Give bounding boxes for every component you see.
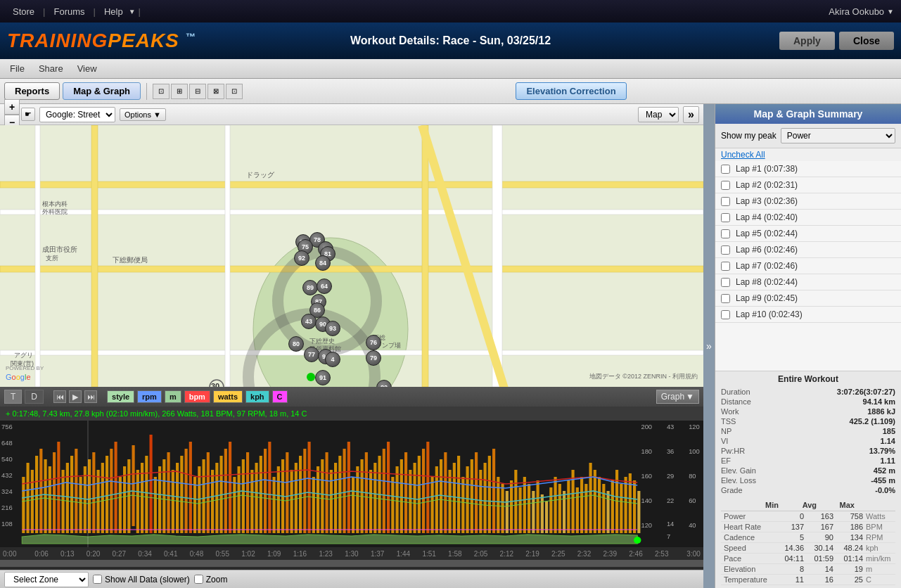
app-logo: TRAININGPEAKS ™ — [7, 30, 196, 52]
svg-rect-59 — [44, 459, 47, 533]
pwhr-label: Pw:HR — [721, 447, 745, 455]
view-icon-2[interactable]: ⊞ — [171, 84, 188, 99]
stats-row-3: Speed 14.36 30.14 48.24 kph — [721, 543, 895, 554]
svg-rect-128 — [347, 442, 350, 533]
view-icons-container: ⊡ ⊞ ⊟ ⊠ ⊡ — [153, 84, 243, 99]
nav-store[interactable]: Store — [7, 6, 40, 17]
lap-checkbox-6[interactable] — [721, 245, 730, 255]
show-all-data-checkbox[interactable] — [93, 575, 102, 584]
menu-file[interactable]: File — [4, 61, 30, 76]
svg-rect-150 — [444, 452, 447, 533]
svg-rect-129 — [352, 477, 354, 533]
grade-label: Grade — [721, 486, 743, 494]
graph-metric-style[interactable]: style — [107, 390, 134, 403]
user-menu[interactable]: Akira Ookubo ▼ — [829, 6, 894, 17]
pwhr-value: 13.79% — [869, 447, 895, 455]
elevation-correction-button[interactable]: Elevation Correction — [516, 82, 626, 100]
elev-loss-value: -455 m — [871, 476, 895, 485]
graph-metric-kph[interactable]: kph — [245, 390, 269, 403]
graph-metric-watts[interactable]: watts — [213, 390, 243, 403]
stats-min-header: Min — [752, 501, 779, 509]
svg-rect-5 — [0, 350, 703, 355]
reports-button[interactable]: Reports — [4, 82, 60, 100]
graph-metric-m[interactable]: m — [165, 390, 181, 403]
route-marker-77: 77 — [304, 347, 319, 362]
nav-forums[interactable]: Forums — [48, 6, 90, 17]
graph-metric-rpm[interactable]: rpm — [137, 390, 162, 403]
summary-distance: Distance 94.14 km — [721, 397, 895, 407]
google-logo: Google — [6, 373, 31, 381]
lap-checkbox-2[interactable] — [721, 181, 730, 190]
time-16: 1:51 — [416, 550, 442, 558]
peak-metric-select[interactable]: Power — [781, 128, 895, 143]
stat-min-2: 5 — [777, 533, 804, 542]
svg-rect-85 — [158, 466, 161, 533]
zone-select[interactable]: Select Zone — [4, 572, 89, 587]
svg-rect-145 — [422, 449, 425, 533]
view-icon-5[interactable]: ⊡ — [226, 84, 243, 99]
close-button[interactable]: Close — [839, 32, 894, 50]
stat-avg-2: 90 — [807, 533, 833, 542]
svg-text:200: 200 — [641, 423, 652, 430]
svg-rect-159 — [484, 463, 487, 533]
svg-rect-82 — [145, 456, 148, 533]
map-type-select[interactable]: Google: Street — [39, 107, 115, 122]
lap-checkbox-7[interactable] — [721, 262, 730, 271]
svg-rect-180 — [576, 487, 579, 533]
stat-min-0: 0 — [777, 512, 804, 520]
options-button[interactable]: Options ▼ — [120, 108, 166, 121]
elev-gain-label: Elev. Gain — [721, 466, 756, 475]
graph-canvas[interactable]: 756 648 540 432 324 216 108 120 100 80 6… — [0, 421, 703, 547]
svg-text:外科医院: 外科医院 — [42, 208, 68, 215]
lap-checkbox-8[interactable] — [721, 278, 730, 287]
map-graph-button[interactable]: Map & Graph — [63, 82, 141, 100]
svg-rect-167 — [519, 487, 522, 533]
lap-checkbox-4[interactable] — [721, 213, 730, 222]
svg-rect-172 — [541, 494, 544, 533]
lap-checkbox-10[interactable] — [721, 310, 730, 319]
workout-summary: Entire Workout Duration 3:07:26(3:07:27)… — [715, 371, 901, 588]
graph-metric-bpm[interactable]: bpm — [184, 390, 210, 403]
workout-title: Workout Details: Race - Sun, 03/25/12 — [350, 34, 551, 47]
svg-rect-181 — [580, 477, 583, 533]
svg-rect-186 — [602, 484, 605, 533]
logo-bar: TRAININGPEAKS ™ Workout Details: Race - … — [0, 23, 901, 59]
svg-text:140: 140 — [641, 497, 652, 504]
stat-unit-0: Watts — [866, 512, 893, 520]
svg-rect-105 — [246, 452, 249, 533]
graph-tab-d[interactable]: D — [25, 390, 44, 404]
lap-checkbox-5[interactable] — [721, 229, 730, 238]
map-area[interactable]: ドラッグ 根本内科 外科医院 成田市役所 支所 下総郵便局 アグリ 関東(営) … — [0, 125, 703, 387]
time-4: 0:27 — [106, 550, 132, 558]
stats-unit-header — [866, 501, 893, 509]
graph-view-dropdown[interactable]: Graph ▼ — [656, 390, 699, 404]
lap-checkbox-9[interactable] — [721, 294, 730, 303]
lap-checkbox-3[interactable] — [721, 197, 730, 206]
svg-text:下総歴史: 下総歴史 — [309, 338, 335, 345]
zoom-checkbox[interactable] — [194, 575, 203, 584]
view-icon-1[interactable]: ⊡ — [153, 84, 170, 99]
hand-tool-button[interactable]: ☛ — [21, 108, 35, 121]
view-icon-3[interactable]: ⊟ — [189, 84, 206, 99]
graph-nav-play[interactable]: ▶ — [69, 390, 82, 403]
menu-view[interactable]: View — [72, 61, 103, 76]
logo-training: TRAINING — [7, 30, 108, 51]
lap-checkbox-1[interactable] — [721, 165, 730, 174]
svg-rect-68 — [84, 466, 87, 533]
graph-nav-back[interactable]: ⏮ — [53, 390, 66, 403]
svg-rect-137 — [387, 442, 390, 533]
graph-scrollbar[interactable] — [0, 560, 703, 567]
graph-metric-c[interactable]: C — [272, 390, 288, 403]
menu-share[interactable]: Share — [33, 61, 69, 76]
apply-button[interactable]: Apply — [779, 32, 835, 50]
svg-rect-176 — [558, 484, 561, 533]
map-expand-button[interactable]: » — [683, 106, 699, 123]
nav-help[interactable]: Help — [98, 6, 129, 17]
view-icon-4[interactable]: ⊠ — [207, 84, 224, 99]
map-view-select[interactable]: Map — [638, 107, 679, 122]
zoom-in-button[interactable]: + — [4, 99, 20, 115]
graph-nav-fwd[interactable]: ⏭ — [84, 390, 97, 403]
uncheck-all-link[interactable]: Uncheck All — [715, 148, 901, 161]
collapse-panel-button[interactable]: » — [703, 104, 715, 588]
graph-tab-t[interactable]: T — [4, 390, 22, 404]
